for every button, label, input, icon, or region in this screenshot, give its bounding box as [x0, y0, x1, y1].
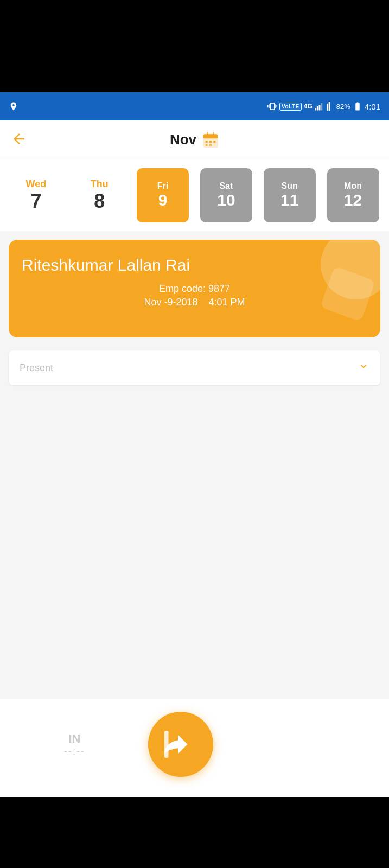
location-icon — [9, 101, 18, 111]
date-num-1: 8 — [94, 190, 105, 213]
date-item-sat[interactable]: Sat 10 — [200, 168, 252, 222]
in-label: IN — [68, 732, 80, 746]
date-item-mon[interactable]: Mon 12 — [327, 168, 379, 222]
svg-rect-0 — [315, 108, 316, 111]
employee-details: Emp code: 9877 Nov -9-2018 4:01 PM — [22, 283, 367, 308]
chevron-down-icon — [358, 360, 369, 375]
date-item-fri[interactable]: Fri 9 — [137, 168, 189, 222]
time-display: 4:01 — [365, 102, 380, 111]
svg-rect-14 — [209, 144, 212, 146]
date-day-5: Mon — [344, 181, 362, 191]
svg-rect-7 — [203, 134, 218, 138]
in-out-section: IN --:-- — [0, 712, 389, 777]
date-day-3: Sat — [219, 181, 233, 191]
status-dropdown[interactable]: Present — [9, 350, 380, 385]
date-num-3: 10 — [217, 191, 235, 209]
date-selector: Wed 7 Thu 8 Fri 9 Sat 10 Sun 11 Mon 12 — [0, 159, 389, 231]
date-day-4: Sun — [282, 181, 298, 191]
svg-rect-2 — [318, 105, 320, 111]
date-day-0: Wed — [26, 178, 47, 190]
emp-code-value: 9877 — [208, 283, 230, 294]
signal-icon — [315, 102, 324, 111]
in-time: --:-- — [64, 746, 85, 757]
emp-date: Nov -9-2018 — [144, 297, 197, 308]
battery-percentage: 82% — [336, 103, 350, 111]
svg-rect-12 — [213, 141, 215, 143]
employee-card: Riteshkumar Lallan Rai Emp code: 9877 No… — [9, 240, 380, 337]
app-header: Nov — [0, 120, 389, 159]
black-top-bar — [0, 0, 389, 92]
employee-name: Riteshkumar Lallan Rai — [22, 256, 367, 275]
emp-time: 4:01 PM — [209, 297, 245, 308]
svg-rect-13 — [206, 144, 208, 146]
svg-rect-3 — [321, 103, 322, 111]
date-num-2: 9 — [158, 191, 168, 209]
network-type: 4G — [304, 103, 313, 110]
date-num-4: 11 — [280, 191, 298, 209]
svg-rect-15 — [164, 731, 169, 758]
phone-screen: VoLTE 4G 82% 4:01 — [0, 92, 389, 797]
status-bar-left — [9, 101, 18, 111]
svg-rect-11 — [209, 141, 212, 143]
wifi-signal-icon — [327, 102, 334, 111]
status-bar-right: VoLTE 4G 82% 4:01 — [267, 101, 380, 111]
svg-rect-1 — [317, 106, 318, 111]
date-num-0: 7 — [30, 190, 41, 213]
date-num-5: 12 — [344, 191, 362, 209]
volte-badge: VoLTE — [279, 103, 302, 111]
date-item-thu[interactable]: Thu 8 — [73, 168, 125, 222]
date-day-2: Fri — [157, 181, 168, 191]
middle-area — [0, 390, 389, 699]
status-bar: VoLTE 4G 82% 4:01 — [0, 92, 389, 120]
status-placeholder: Present — [20, 362, 53, 374]
black-bottom-bar — [0, 797, 389, 868]
svg-rect-5 — [328, 102, 330, 111]
emp-code-label: Emp code: — [159, 283, 206, 294]
date-item-wed[interactable]: Wed 7 — [10, 168, 62, 222]
back-button[interactable] — [11, 131, 27, 149]
emp-code: Emp code: 9877 — [22, 283, 367, 295]
header-title: Nov — [170, 131, 219, 149]
month-label: Nov — [170, 131, 196, 148]
bottom-action: IN --:-- — [0, 699, 389, 797]
date-day-1: Thu — [91, 178, 109, 190]
in-label-col: IN --:-- — [64, 732, 85, 757]
svg-rect-10 — [206, 141, 208, 143]
punch-button[interactable] — [148, 712, 213, 777]
date-item-sun[interactable]: Sun 11 — [264, 168, 316, 222]
vibrate-icon — [267, 101, 277, 111]
svg-rect-4 — [327, 104, 328, 111]
punch-in-icon — [164, 728, 197, 761]
calendar-icon — [202, 131, 219, 149]
emp-datetime: Nov -9-2018 4:01 PM — [22, 297, 367, 308]
battery-icon — [353, 101, 362, 111]
phone-wrapper: VoLTE 4G 82% 4:01 — [0, 0, 389, 868]
